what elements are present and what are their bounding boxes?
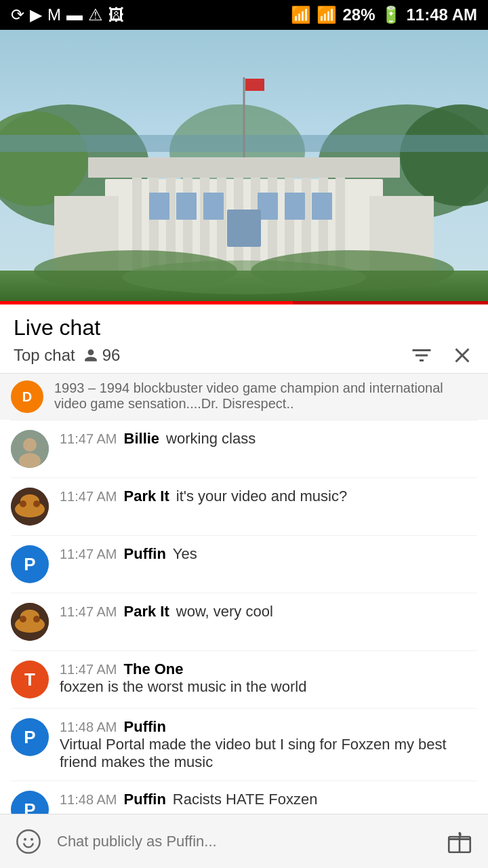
battery-percent: 28%	[342, 5, 375, 24]
msg-time: 11:47 AM	[60, 489, 117, 505]
svg-rect-31	[227, 210, 261, 247]
msg-username: Puffin	[124, 718, 166, 736]
msg-time: 11:47 AM	[60, 604, 117, 620]
chat-input[interactable]	[57, 833, 431, 850]
status-icons: ⟳ ▶ M ▬ ⚠ 🖼	[11, 5, 125, 24]
top-chat-label[interactable]: Top chat	[14, 346, 75, 365]
avatar: P	[11, 545, 49, 583]
msg-username: Park It	[124, 603, 169, 620]
status-indicators: 📶 📶 28% 🔋 11:48 AM	[291, 5, 477, 24]
svg-point-53	[30, 837, 33, 840]
viewer-number: 96	[102, 346, 121, 365]
emoji-button[interactable]	[11, 824, 46, 859]
msg-text: Racists HATE Foxzen	[173, 791, 318, 808]
msg-text: Virtual Portal made the video but I sing…	[60, 736, 477, 771]
video-player[interactable]	[0, 30, 488, 301]
msg-text: it's your video and music?	[176, 488, 347, 505]
chat-messages-list: D 1993 – 1994 blockbuster video game cha…	[0, 374, 488, 868]
msg-meta: 11:47 AM Billie working class	[60, 430, 477, 448]
m-icon: M	[47, 5, 61, 24]
svg-rect-24	[88, 157, 400, 178]
list-item: P 11:48 AM Puffin Virtual Portal made th…	[0, 709, 488, 781]
alert-icon: ⚠	[88, 5, 103, 24]
msg-content: 11:48 AM Puffin Virtual Portal made the …	[60, 718, 477, 771]
msg-text: working class	[166, 430, 256, 448]
msg-meta: 11:47 AM Park It wow, very cool	[60, 603, 477, 620]
msg-meta: 11:48 AM Puffin	[60, 718, 477, 736]
list-item: 11:47 AM Park It it's your video and mus…	[0, 478, 488, 535]
video-progress-fill	[0, 301, 293, 304]
msg-username: Puffin	[124, 545, 166, 563]
person-icon	[83, 348, 98, 363]
svg-point-39	[23, 438, 37, 452]
svg-point-51	[17, 830, 39, 852]
top-chat-row: Top chat 96	[14, 343, 474, 368]
msg-username: Park It	[124, 488, 169, 505]
avatar: P	[11, 718, 49, 756]
chat-input-bar	[0, 814, 488, 868]
video-thumbnail	[0, 30, 488, 301]
msg-text: wow, very cool	[176, 603, 273, 620]
msg-content: 11:48 AM Puffin Racists HATE Foxzen	[60, 791, 477, 808]
wifi-icon: 📶	[291, 5, 311, 24]
avatar: T	[11, 660, 49, 698]
live-chat-section: Live chat Top chat 96	[0, 304, 488, 868]
file-icon: ▬	[66, 5, 83, 24]
svg-point-50	[33, 616, 40, 623]
battery-icon: 🔋	[381, 5, 401, 24]
svg-rect-8	[245, 79, 264, 91]
video-progress-bar[interactable]	[0, 301, 488, 304]
msg-content: 11:47 AM Park It it's your video and mus…	[60, 488, 477, 505]
avatar	[11, 430, 49, 468]
signal-icon: 📶	[317, 5, 337, 24]
svg-point-49	[20, 616, 26, 623]
filter-icon[interactable]	[409, 343, 434, 368]
msg-time: 11:47 AM	[60, 547, 117, 562]
status-bar: ⟳ ▶ M ▬ ⚠ 🖼 📶 📶 28% 🔋 11:48 AM	[0, 0, 488, 30]
msg-content: 11:47 AM Puffin Yes	[60, 545, 477, 563]
svg-rect-30	[312, 193, 332, 220]
msg-content: 11:47 AM Billie working class	[60, 430, 477, 448]
time-display: 11:48 AM	[407, 5, 477, 24]
svg-rect-29	[285, 193, 305, 220]
svg-point-52	[24, 837, 26, 840]
avatar: D	[11, 380, 43, 413]
msg-meta: 11:48 AM Puffin Racists HATE Foxzen	[60, 791, 477, 808]
list-item: P 11:47 AM Puffin Yes	[0, 536, 488, 593]
list-item: 11:47 AM Park It wow, very cool	[0, 593, 488, 650]
svg-rect-25	[149, 193, 169, 220]
list-item: D 1993 – 1994 blockbuster video game cha…	[0, 374, 488, 420]
super-chat-button[interactable]	[442, 824, 477, 859]
close-icon[interactable]	[450, 343, 474, 368]
svg-point-44	[20, 500, 26, 507]
youtube-icon: ▶	[30, 5, 42, 24]
list-item: T 11:47 AM The One foxzen is the worst m…	[0, 651, 488, 708]
svg-point-37	[122, 260, 366, 294]
viewer-count: 96	[83, 346, 121, 365]
msg-time: 11:48 AM	[60, 792, 117, 808]
live-chat-header: Live chat Top chat 96	[0, 304, 488, 374]
sync-icon: ⟳	[11, 5, 24, 24]
msg-time: 11:47 AM	[60, 431, 117, 447]
msg-meta: 11:47 AM Park It it's your video and mus…	[60, 488, 477, 505]
live-chat-title: Live chat	[14, 315, 474, 340]
list-item: 11:47 AM Billie working class	[0, 420, 488, 477]
msg-content: 11:47 AM The One foxzen is the worst mus…	[60, 660, 477, 696]
svg-point-45	[33, 500, 40, 507]
msg-text: Yes	[173, 545, 197, 563]
top-chat-actions	[409, 343, 474, 368]
msg-content: 11:47 AM Park It wow, very cool	[60, 603, 477, 620]
msg-time: 11:48 AM	[60, 719, 117, 735]
photo-icon: 🖼	[108, 5, 125, 24]
svg-rect-27	[203, 193, 224, 220]
msg-meta: 11:47 AM The One	[60, 660, 477, 678]
msg-username: Billie	[124, 430, 160, 448]
top-chat-left: Top chat 96	[14, 346, 120, 365]
msg-username: The One	[124, 660, 184, 678]
msg-text: foxzen is the worst music in the world	[60, 678, 477, 696]
msg-meta: 11:47 AM Puffin Yes	[60, 545, 477, 563]
msg-text: 1993 – 1994 blockbuster video game champ…	[54, 380, 477, 412]
avatar	[11, 488, 49, 526]
msg-username: Puffin	[124, 791, 166, 808]
msg-content: 1993 – 1994 blockbuster video game champ…	[54, 380, 477, 412]
